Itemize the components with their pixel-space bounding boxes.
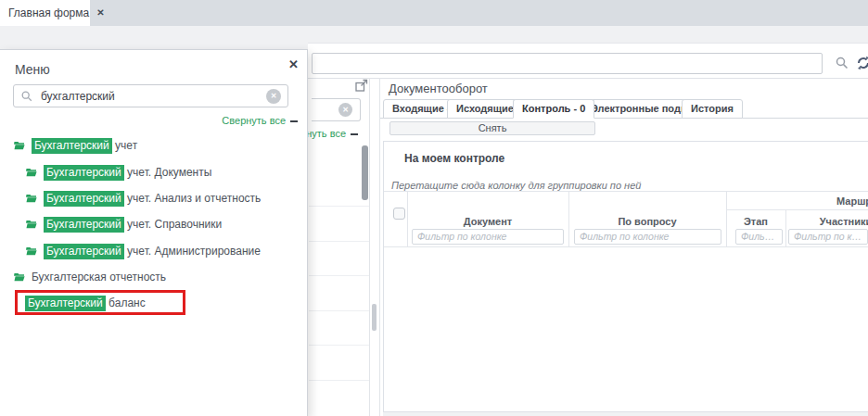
sync-settings-icon[interactable]	[855, 55, 868, 71]
menu-item-label: учет. Документы	[127, 166, 211, 179]
search-match-highlight: Бухгалтерский	[44, 191, 124, 207]
filter-input-etap[interactable]: Фильтр по колонке	[735, 229, 783, 245]
window-tab-bar: Главная форма ✕	[0, 0, 868, 26]
menu-item-buhgalterskiy-balans[interactable]: Бухгалтерский баланс	[15, 290, 185, 315]
menu-item-label: учет. Справочники	[127, 218, 222, 231]
left-panel-scrollbar-thumb[interactable]	[362, 145, 368, 200]
expand-panel-icon[interactable]	[355, 79, 368, 92]
filter-input-dokument[interactable]: Фильтр по колонке	[412, 229, 564, 245]
folder-icon	[26, 168, 37, 177]
list-row-divider	[309, 380, 369, 381]
group-by-hint: Перетащите сюда колонку для группировки …	[391, 180, 641, 191]
menu-item-buh-otchetnost[interactable]: Бухгалтерская отчетность	[14, 269, 166, 285]
menu-popup: Меню ✕ бухгалтерский ✕ Свернуть все Бухг…	[0, 49, 308, 416]
list-row-divider	[309, 206, 369, 207]
search-match-highlight: Бухгалтерский	[44, 244, 124, 259]
group-header-marshrut[interactable]: Маршрут	[836, 195, 868, 207]
menu-search-clear-icon[interactable]: ✕	[266, 89, 281, 104]
left-panel-search-clear-icon[interactable]: ✕	[338, 103, 352, 117]
menu-item-buh-uchet[interactable]: Бухгалтерский учет	[14, 137, 137, 154]
filter-placeholder: Фильтр по колонке	[417, 231, 558, 243]
global-search-input[interactable]	[312, 53, 823, 74]
column-header-etap[interactable]: Этап	[726, 216, 785, 227]
menu-item-buh-uchet-spravochniki[interactable]: Бухгалтерский учет. Справочники	[26, 216, 222, 233]
section-title: На моем контроле	[404, 152, 504, 165]
table-top-border	[384, 191, 868, 192]
menu-search-input[interactable]: бухгалтерский ✕	[13, 84, 288, 107]
column-header-uchastniki[interactable]: Участники	[785, 216, 868, 227]
list-row-divider	[309, 241, 369, 242]
tab-glavnaya-forma[interactable]: Главная форма ✕	[0, 0, 90, 26]
menu-item-buh-uchet-administrirovanie[interactable]: Бухгалтерский учет. Администрирование	[26, 243, 261, 259]
doc-panel-left-border	[379, 78, 380, 416]
column-header-dokument[interactable]: Документ	[407, 216, 568, 227]
menu-item-buh-uchet-analiz[interactable]: Бухгалтерский учет. Анализ и отчетность	[26, 190, 261, 207]
menu-item-label: Бухгалтерская отчетность	[32, 271, 166, 284]
close-icon[interactable]: ✕	[288, 57, 299, 71]
column-header-po-voprosu[interactable]: По вопросу	[568, 216, 726, 227]
tab-istoriya[interactable]: История	[682, 99, 743, 119]
search-match-highlight: Бухгалтерский	[44, 165, 124, 181]
menu-item-label: учет	[115, 139, 137, 152]
filter-input-uchastniki[interactable]: Фильтр по колонке	[788, 229, 868, 245]
doc-panel-title: Документооборот	[389, 82, 488, 95]
filter-placeholder: Фильтр по колонке	[580, 231, 716, 243]
menu-collapse-all-link[interactable]: Свернуть все	[222, 115, 298, 126]
search-match-highlight: Бухгалтерский	[25, 296, 106, 311]
collapse-minus-icon	[351, 133, 358, 135]
search-match-highlight: Бухгалтерский	[44, 217, 124, 233]
tab-kontrol[interactable]: Контроль - 0	[513, 99, 594, 119]
menu-item-buh-uchet-dokumenty[interactable]: Бухгалтерский учет. Документы	[26, 164, 211, 181]
list-row-divider	[309, 310, 369, 311]
filter-placeholder: Фильтр по колонке	[794, 231, 862, 243]
menu-item-label: учет. Администрирование	[127, 245, 261, 258]
folder-icon	[26, 194, 37, 203]
search-icon	[20, 90, 33, 103]
filter-placeholder: Фильтр по колонке	[741, 231, 777, 243]
tab-label: Главная форма	[8, 6, 89, 19]
list-row-divider	[309, 275, 369, 276]
folder-icon	[26, 246, 37, 256]
left-panel-search-input[interactable]	[312, 98, 361, 121]
select-all-checkbox[interactable]	[393, 208, 405, 220]
folder-icon	[14, 272, 25, 282]
control-content-panel: На моем контроле Перетащите сюда колонку…	[383, 141, 868, 412]
tab-close-icon[interactable]: ✕	[96, 8, 104, 18]
menu-search-value: бухгалтерский	[41, 90, 259, 103]
panels-top-border	[308, 78, 868, 79]
collapse-minus-icon	[290, 120, 298, 122]
left-panel-right-border	[369, 78, 370, 416]
collapse-all-label: Свернуть все	[222, 115, 286, 126]
search-icon[interactable]	[835, 56, 849, 70]
folder-icon	[26, 220, 37, 229]
gutter-scrollbar-thumb[interactable]	[372, 304, 377, 331]
search-match-highlight: Бухгалтерский	[32, 138, 112, 154]
menu-item-label: учет. Анализ и отчетность	[127, 192, 261, 205]
menu-item-label: баланс	[108, 296, 146, 309]
folder-icon	[14, 141, 25, 150]
column-divider	[785, 209, 786, 246]
filter-input-po-voprosu[interactable]: Фильтр по колонке	[574, 229, 721, 245]
group-header-border	[726, 209, 868, 210]
header-bottom-border	[384, 246, 868, 247]
bottom-edge	[383, 412, 868, 416]
remove-control-button[interactable]: Снять	[389, 121, 595, 135]
menu-popup-title: Меню	[15, 62, 50, 77]
list-row-divider	[309, 345, 369, 346]
